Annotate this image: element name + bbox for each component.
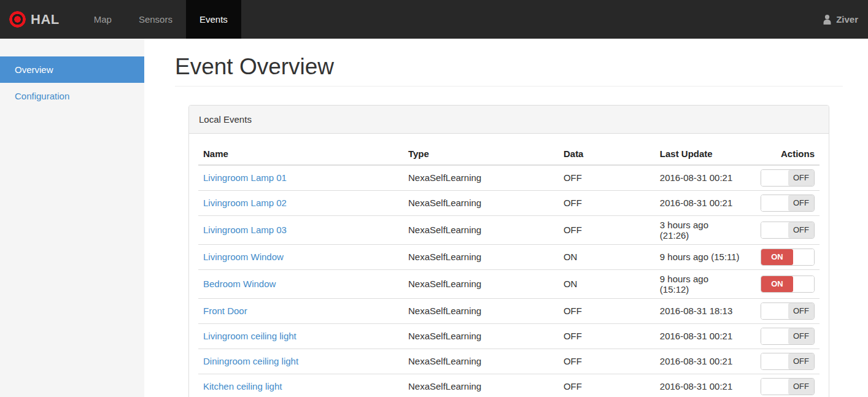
navbar-tabs: MapSensorsEvents (80, 0, 241, 39)
event-data-value: OFF (559, 374, 655, 397)
event-toggle-switch[interactable]: OFF (761, 222, 815, 239)
toggle-blank-segment (761, 353, 788, 369)
table-row: Livingroom Lamp 03 NexaSelfLearning OFF … (198, 215, 820, 244)
event-toggle-switch[interactable]: OFF (761, 353, 815, 370)
column-header-last-update: Last Update (655, 143, 745, 165)
event-name-link[interactable]: Livingroom Lamp 02 (203, 198, 287, 208)
event-data-value: OFF (559, 323, 655, 349)
event-name-link[interactable]: Kitchen ceiling light (203, 381, 282, 391)
brand[interactable]: HAL (0, 0, 69, 39)
event-last-update: 2016-08-31 00:21 (655, 349, 745, 374)
event-type: NexaSelfLearning (403, 269, 559, 298)
event-data-value: ON (559, 244, 655, 269)
table-row: Kitchen ceiling light NexaSelfLearning O… (198, 374, 820, 397)
event-data-value: ON (559, 269, 655, 298)
event-toggle-switch[interactable]: ON (761, 276, 815, 293)
page-header: Event Overview (175, 55, 843, 87)
toggle-on-segment: ON (761, 249, 793, 265)
event-data-value: OFF (559, 190, 655, 215)
event-type: NexaSelfLearning (403, 215, 559, 244)
toggle-off-segment: OFF (788, 195, 814, 211)
column-header-name: Name (198, 143, 403, 165)
events-table-body: Livingroom Lamp 01 NexaSelfLearning OFF … (198, 165, 820, 397)
main-content: Event Overview Local Events Name Type Da… (144, 39, 868, 397)
event-last-update: 2016-08-31 00:21 (655, 190, 745, 215)
event-last-update: 2016-08-31 00:21 (655, 323, 745, 349)
table-row: Bedroom Window NexaSelfLearning ON 9 hou… (198, 269, 820, 298)
toggle-blank-segment (761, 328, 788, 344)
table-row: Livingroom Window NexaSelfLearning ON 9 … (198, 244, 820, 269)
event-type: NexaSelfLearning (403, 323, 559, 349)
toggle-blank-segment (761, 379, 788, 395)
nav-tab-sensors[interactable]: Sensors (125, 0, 186, 39)
event-name-link[interactable]: Diningroom ceiling light (203, 356, 298, 366)
sidebar-item-label: Overview (15, 64, 53, 75)
events-table: Name Type Data Last Update Actions Livin… (198, 143, 820, 397)
sidebar-item-label: Configuration (15, 91, 69, 101)
user-name: Ziver (836, 14, 858, 25)
table-row: Livingroom ceiling light NexaSelfLearnin… (198, 323, 820, 349)
event-type: NexaSelfLearning (403, 298, 559, 323)
event-type: NexaSelfLearning (403, 374, 559, 397)
event-type: NexaSelfLearning (403, 349, 559, 374)
event-last-update: 3 hours ago (21:26) (655, 215, 745, 244)
user-icon (822, 14, 832, 25)
event-name-link[interactable]: Livingroom Lamp 01 (203, 172, 287, 183)
nav-tab-events[interactable]: Events (186, 0, 241, 39)
event-toggle-switch[interactable]: OFF (761, 303, 815, 320)
user-menu[interactable]: Ziver (812, 0, 868, 39)
panel-title: Local Events (189, 106, 829, 134)
table-row: Livingroom Lamp 02 NexaSelfLearning OFF … (198, 190, 820, 215)
table-row: Diningroom ceiling light NexaSelfLearnin… (198, 349, 820, 374)
top-navbar: HAL MapSensorsEvents Ziver (0, 0, 868, 39)
nav-tab-label: Events (200, 14, 228, 25)
event-last-update: 2016-08-31 18:13 (655, 298, 745, 323)
event-last-update: 9 hours ago (15:12) (655, 269, 745, 298)
event-data-value: OFF (559, 215, 655, 244)
event-name-link[interactable]: Livingroom Window (203, 252, 284, 262)
brand-name: HAL (31, 12, 60, 28)
event-data-value: OFF (559, 349, 655, 374)
event-last-update: 9 hours ago (15:11) (655, 244, 745, 269)
toggle-blank-segment (761, 303, 788, 319)
toggle-off-segment: OFF (788, 222, 814, 238)
toggle-blank-segment (761, 222, 788, 238)
sidebar-item-overview[interactable]: Overview (0, 56, 144, 83)
event-toggle-switch[interactable]: ON (761, 249, 815, 266)
panel-body: Name Type Data Last Update Actions Livin… (189, 134, 829, 397)
event-type: NexaSelfLearning (403, 165, 559, 191)
toggle-blank-segment (793, 249, 814, 265)
event-toggle-switch[interactable]: OFF (761, 169, 815, 187)
toggle-blank-segment (761, 170, 788, 186)
event-toggle-switch[interactable]: OFF (761, 378, 815, 395)
event-type: NexaSelfLearning (403, 190, 559, 215)
toggle-off-segment: OFF (788, 379, 814, 395)
toggle-off-segment: OFF (788, 328, 814, 344)
toggle-off-segment: OFF (788, 303, 814, 319)
toggle-blank-segment (793, 276, 814, 292)
toggle-off-segment: OFF (788, 353, 814, 369)
nav-tab-label: Sensors (139, 14, 172, 25)
event-toggle-switch[interactable]: OFF (761, 328, 815, 345)
event-name-link[interactable]: Livingroom ceiling light (203, 331, 296, 341)
toggle-blank-segment (761, 195, 788, 211)
table-row: Front Door NexaSelfLearning OFF 2016-08-… (198, 298, 820, 323)
nav-tab-label: Map (94, 14, 112, 25)
local-events-panel: Local Events Name Type Data Last Update … (188, 105, 829, 397)
event-last-update: 2016-08-31 00:21 (655, 165, 745, 191)
column-header-actions: Actions (745, 143, 820, 165)
toggle-on-segment: ON (761, 276, 793, 292)
event-data-value: OFF (559, 298, 655, 323)
event-last-update: 2016-08-31 00:21 (655, 374, 745, 397)
event-toggle-switch[interactable]: OFF (761, 195, 815, 212)
event-name-link[interactable]: Bedroom Window (203, 279, 276, 289)
table-header-row: Name Type Data Last Update Actions (198, 143, 820, 165)
page-title: Event Overview (175, 55, 843, 80)
event-name-link[interactable]: Livingroom Lamp 03 (203, 225, 287, 235)
sidebar-item-configuration[interactable]: Configuration (0, 83, 144, 109)
event-type: NexaSelfLearning (403, 244, 559, 269)
column-header-data: Data (559, 143, 655, 165)
nav-tab-map[interactable]: Map (80, 0, 125, 39)
event-name-link[interactable]: Front Door (203, 306, 247, 316)
table-row: Livingroom Lamp 01 NexaSelfLearning OFF … (198, 165, 820, 191)
